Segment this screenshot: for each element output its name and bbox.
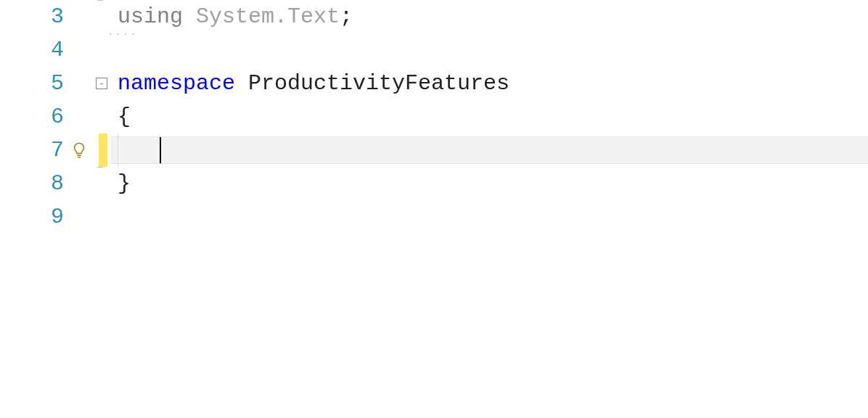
gutter: 3 [0,0,93,33]
fold-toggle-icon[interactable]: - [96,78,107,89]
line-number: 3 [51,0,64,33]
code-line[interactable]: 8 } [0,167,868,200]
code-content[interactable] [110,200,868,234]
code-content[interactable]: { [110,100,868,134]
line-number: 7 [51,134,64,167]
gutter: 8 [0,167,93,200]
change-marker [99,134,107,167]
namespace-ref: System.Text [196,4,340,29]
gutter: 4 [0,33,93,67]
gutter: 6 [0,100,93,134]
namespace-keyword: namespace [118,71,235,96]
line-number: 5 [51,67,64,100]
code-content[interactable] [110,33,868,67]
close-brace: } [118,171,131,196]
line-number: 6 [51,100,64,134]
gutter: 5 [0,67,93,100]
current-line-highlight [110,136,868,164]
namespace-name: ProductivityFeatures [248,71,509,96]
line-number: 4 [51,33,64,67]
semicolon: ; [340,4,353,29]
code-content[interactable]: namespace ProductivityFeatures [110,67,868,100]
code-line[interactable]: 3 .... using System.Text; [0,0,868,33]
code-content[interactable] [110,134,868,167]
fold-column: - [93,78,110,89]
code-content[interactable]: } [110,167,868,200]
code-line[interactable]: 9 [0,200,868,234]
gutter: 9 [0,200,93,234]
gutter: 7 [0,134,93,167]
line-number: 9 [51,200,64,234]
code-line[interactable]: 5 - namespace ProductivityFeatures [0,67,868,100]
open-brace: { [118,104,131,129]
using-keyword: using [118,4,183,29]
code-editor[interactable]: 3 .... using System.Text; 4 5 - namespac… [0,0,868,418]
text-caret [160,137,161,163]
code-line[interactable]: 6 { [0,100,868,134]
code-line-current[interactable]: 7 [0,134,868,167]
line-number: 8 [51,167,64,200]
code-line[interactable]: 4 [0,33,868,67]
lightbulb-icon[interactable] [70,141,89,160]
code-content[interactable]: .... using System.Text; [110,0,868,33]
